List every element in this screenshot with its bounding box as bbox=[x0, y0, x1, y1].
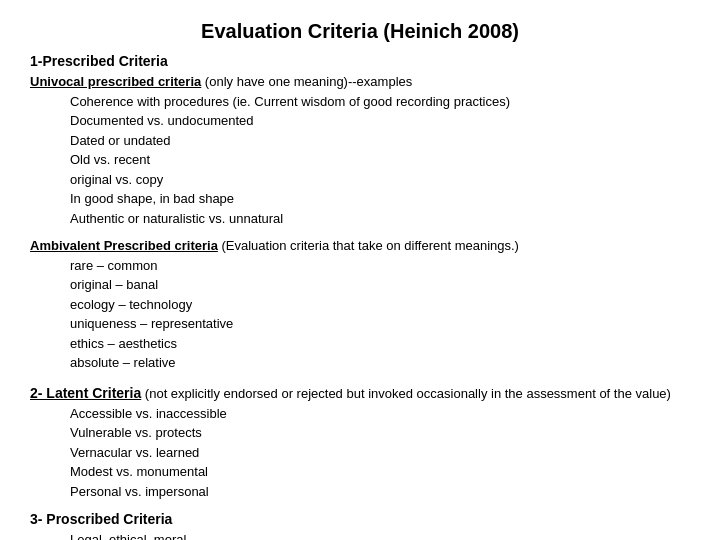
list-item: Personal vs. impersonal bbox=[70, 482, 690, 502]
list-item: ecology – technology bbox=[70, 295, 690, 315]
univocal-line: Univocal prescribed criteria (only have … bbox=[30, 72, 690, 92]
list-item: Legal, ethical, moral bbox=[70, 530, 690, 540]
page-title: Evaluation Criteria (Heinich 2008) bbox=[30, 20, 690, 43]
list-item: Dated or undated bbox=[70, 131, 690, 151]
univocal-items: Coherence with procedures (ie. Current w… bbox=[70, 92, 690, 229]
section1-block: 1-Prescribed Criteria Univocal prescribe… bbox=[30, 53, 690, 373]
univocal-label: Univocal prescribed criteria bbox=[30, 74, 201, 89]
list-item: Old vs. recent bbox=[70, 150, 690, 170]
univocal-note: (only have one meaning)--examples bbox=[201, 74, 412, 89]
list-item: original vs. copy bbox=[70, 170, 690, 190]
section3-block: 3- Proscribed Criteria Legal, ethical, m… bbox=[30, 511, 690, 540]
section2-heading: 2- Latent Criteria bbox=[30, 385, 141, 401]
section1-heading: 1-Prescribed Criteria bbox=[30, 53, 690, 69]
ambivalent-label: Ambivalent Prescribed criteria bbox=[30, 238, 218, 253]
list-item: Modest vs. monumental bbox=[70, 462, 690, 482]
list-item: Accessible vs. inaccessible bbox=[70, 404, 690, 424]
list-item: original – banal bbox=[70, 275, 690, 295]
section3-items: Legal, ethical, moral Beauty, aesthetic … bbox=[70, 530, 690, 540]
list-item: In good shape, in bad shape bbox=[70, 189, 690, 209]
ambivalent-line: Ambivalent Prescribed criteria (Evaluati… bbox=[30, 236, 690, 256]
list-item: rare – common bbox=[70, 256, 690, 276]
list-item: Vernacular vs. learned bbox=[70, 443, 690, 463]
section2-items: Accessible vs. inaccessible Vulnerable v… bbox=[70, 404, 690, 502]
section3-heading: 3- Proscribed Criteria bbox=[30, 511, 690, 527]
list-item: Authentic or naturalistic vs. unnatural bbox=[70, 209, 690, 229]
list-item: absolute – relative bbox=[70, 353, 690, 373]
ambivalent-note: (Evaluation criteria that take on differ… bbox=[218, 238, 519, 253]
list-item: Vulnerable vs. protects bbox=[70, 423, 690, 443]
list-item: Coherence with procedures (ie. Current w… bbox=[70, 92, 690, 112]
list-item: ethics – aesthetics bbox=[70, 334, 690, 354]
list-item: uniqueness – representative bbox=[70, 314, 690, 334]
section2-note: (not explicitly endorsed or rejected but… bbox=[141, 386, 671, 401]
section2-heading-line: 2- Latent Criteria (not explicitly endor… bbox=[30, 383, 690, 404]
section2-block: 2- Latent Criteria (not explicitly endor… bbox=[30, 383, 690, 502]
list-item: Documented vs. undocumented bbox=[70, 111, 690, 131]
ambivalent-items: rare – common original – banal ecology –… bbox=[70, 256, 690, 373]
